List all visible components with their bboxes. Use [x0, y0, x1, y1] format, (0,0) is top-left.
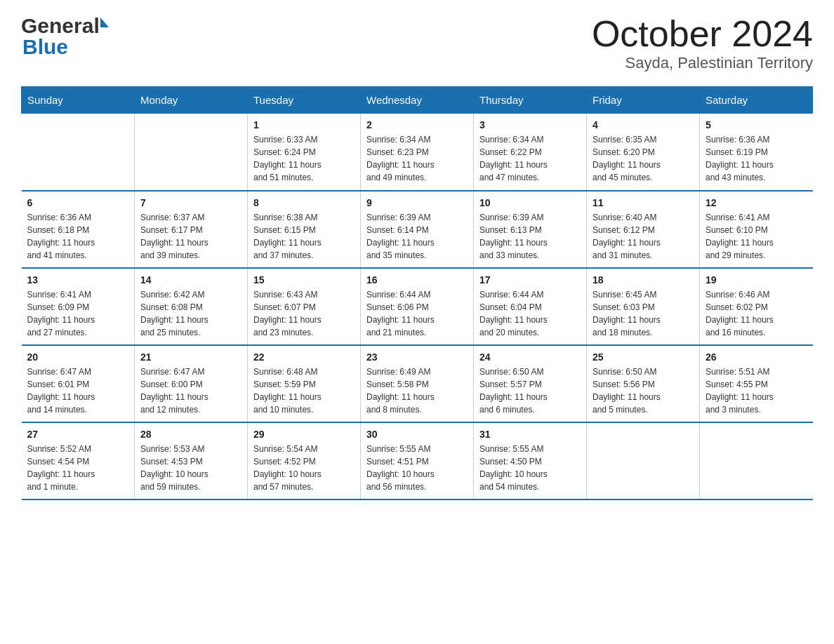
day-number: 25	[593, 351, 694, 363]
day-number: 19	[706, 274, 807, 286]
column-header-thursday: Thursday	[474, 87, 587, 114]
day-info: Sunrise: 6:39 AM Sunset: 6:14 PM Dayligh…	[366, 211, 468, 262]
day-number: 22	[253, 351, 355, 363]
calendar-week-row: 20Sunrise: 6:47 AM Sunset: 6:01 PM Dayli…	[22, 345, 813, 422]
day-number: 8	[253, 197, 355, 208]
calendar-cell: 1Sunrise: 6:33 AM Sunset: 6:24 PM Daylig…	[248, 114, 361, 191]
calendar-cell: 7Sunrise: 6:37 AM Sunset: 6:17 PM Daylig…	[135, 191, 248, 268]
day-info: Sunrise: 6:40 AM Sunset: 6:12 PM Dayligh…	[593, 211, 694, 262]
calendar-table: SundayMondayTuesdayWednesdayThursdayFrid…	[21, 86, 813, 500]
day-info: Sunrise: 5:52 AM Sunset: 4:54 PM Dayligh…	[27, 443, 129, 493]
day-info: Sunrise: 6:41 AM Sunset: 6:09 PM Dayligh…	[27, 288, 129, 339]
calendar-week-row: 27Sunrise: 5:52 AM Sunset: 4:54 PM Dayli…	[22, 422, 813, 499]
day-number: 27	[27, 429, 129, 440]
day-number: 6	[27, 197, 129, 208]
calendar-cell: 4Sunrise: 6:35 AM Sunset: 6:20 PM Daylig…	[587, 114, 700, 191]
day-number: 12	[706, 197, 807, 208]
calendar-cell: 18Sunrise: 6:45 AM Sunset: 6:03 PM Dayli…	[587, 268, 700, 345]
calendar-cell	[22, 114, 135, 191]
day-number: 10	[479, 197, 581, 208]
calendar-cell: 5Sunrise: 6:36 AM Sunset: 6:19 PM Daylig…	[700, 114, 813, 191]
day-number: 31	[479, 429, 581, 440]
calendar-cell: 20Sunrise: 6:47 AM Sunset: 6:01 PM Dayli…	[22, 345, 135, 422]
day-number: 18	[593, 274, 694, 286]
day-number: 4	[593, 119, 694, 130]
calendar-cell	[587, 422, 700, 499]
calendar-cell: 2Sunrise: 6:34 AM Sunset: 6:23 PM Daylig…	[361, 114, 474, 191]
calendar-cell: 22Sunrise: 6:48 AM Sunset: 5:59 PM Dayli…	[248, 345, 361, 422]
calendar-header-row: SundayMondayTuesdayWednesdayThursdayFrid…	[22, 87, 813, 114]
day-info: Sunrise: 6:43 AM Sunset: 6:07 PM Dayligh…	[253, 288, 355, 339]
calendar-cell	[135, 114, 248, 191]
day-info: Sunrise: 6:37 AM Sunset: 6:17 PM Dayligh…	[140, 211, 241, 262]
day-number: 21	[140, 351, 241, 363]
day-info: Sunrise: 6:36 AM Sunset: 6:18 PM Dayligh…	[27, 211, 129, 262]
logo-blue-text: Blue	[22, 35, 68, 59]
day-number: 16	[366, 274, 468, 286]
calendar-cell: 27Sunrise: 5:52 AM Sunset: 4:54 PM Dayli…	[22, 422, 135, 499]
calendar-cell: 12Sunrise: 6:41 AM Sunset: 6:10 PM Dayli…	[700, 191, 813, 268]
day-info: Sunrise: 5:55 AM Sunset: 4:51 PM Dayligh…	[366, 443, 468, 493]
calendar-cell: 25Sunrise: 6:50 AM Sunset: 5:56 PM Dayli…	[587, 345, 700, 422]
day-info: Sunrise: 6:44 AM Sunset: 6:04 PM Dayligh…	[479, 288, 581, 339]
day-info: Sunrise: 6:44 AM Sunset: 6:06 PM Dayligh…	[366, 288, 468, 339]
page-header: General Blue October 2024 Sayda, Palesti…	[21, 14, 813, 72]
day-info: Sunrise: 6:34 AM Sunset: 6:22 PM Dayligh…	[479, 133, 581, 184]
day-info: Sunrise: 6:46 AM Sunset: 6:02 PM Dayligh…	[706, 288, 807, 339]
calendar-cell: 15Sunrise: 6:43 AM Sunset: 6:07 PM Dayli…	[248, 268, 361, 345]
day-info: Sunrise: 6:41 AM Sunset: 6:10 PM Dayligh…	[706, 211, 807, 262]
calendar-cell: 26Sunrise: 5:51 AM Sunset: 4:55 PM Dayli…	[700, 345, 813, 422]
calendar-cell: 29Sunrise: 5:54 AM Sunset: 4:52 PM Dayli…	[248, 422, 361, 499]
day-info: Sunrise: 6:49 AM Sunset: 5:58 PM Dayligh…	[366, 365, 468, 416]
day-number: 20	[27, 351, 129, 363]
calendar-week-row: 1Sunrise: 6:33 AM Sunset: 6:24 PM Daylig…	[22, 114, 813, 191]
day-number: 5	[706, 119, 807, 130]
day-number: 26	[706, 351, 807, 363]
calendar-cell: 3Sunrise: 6:34 AM Sunset: 6:22 PM Daylig…	[474, 114, 587, 191]
column-header-sunday: Sunday	[22, 87, 135, 114]
calendar-cell: 31Sunrise: 5:55 AM Sunset: 4:50 PM Dayli…	[474, 422, 587, 499]
calendar-cell: 9Sunrise: 6:39 AM Sunset: 6:14 PM Daylig…	[361, 191, 474, 268]
calendar-cell: 14Sunrise: 6:42 AM Sunset: 6:08 PM Dayli…	[135, 268, 248, 345]
day-info: Sunrise: 5:54 AM Sunset: 4:52 PM Dayligh…	[253, 443, 355, 493]
day-info: Sunrise: 6:42 AM Sunset: 6:08 PM Dayligh…	[140, 288, 241, 339]
calendar-cell: 13Sunrise: 6:41 AM Sunset: 6:09 PM Dayli…	[22, 268, 135, 345]
column-header-friday: Friday	[587, 87, 700, 114]
day-info: Sunrise: 6:50 AM Sunset: 5:56 PM Dayligh…	[593, 365, 694, 416]
column-header-wednesday: Wednesday	[361, 87, 474, 114]
day-number: 3	[479, 119, 581, 130]
day-number: 7	[140, 197, 241, 208]
title-section: October 2024 Sayda, Palestinian Territor…	[592, 14, 813, 72]
day-info: Sunrise: 6:39 AM Sunset: 6:13 PM Dayligh…	[479, 211, 581, 262]
day-info: Sunrise: 6:45 AM Sunset: 6:03 PM Dayligh…	[593, 288, 694, 339]
day-info: Sunrise: 6:47 AM Sunset: 6:01 PM Dayligh…	[27, 365, 129, 416]
calendar-cell: 17Sunrise: 6:44 AM Sunset: 6:04 PM Dayli…	[474, 268, 587, 345]
day-number: 1	[253, 119, 355, 130]
logo-arrow-icon	[100, 18, 109, 27]
month-title: October 2024	[592, 14, 813, 54]
calendar-cell	[700, 422, 813, 499]
day-number: 29	[253, 429, 355, 440]
day-info: Sunrise: 6:33 AM Sunset: 6:24 PM Dayligh…	[253, 133, 355, 184]
day-number: 24	[479, 351, 581, 363]
day-info: Sunrise: 6:48 AM Sunset: 5:59 PM Dayligh…	[253, 365, 355, 416]
day-number: 30	[366, 429, 468, 440]
calendar-cell: 8Sunrise: 6:38 AM Sunset: 6:15 PM Daylig…	[248, 191, 361, 268]
calendar-cell: 30Sunrise: 5:55 AM Sunset: 4:51 PM Dayli…	[361, 422, 474, 499]
day-info: Sunrise: 6:47 AM Sunset: 6:00 PM Dayligh…	[140, 365, 241, 416]
day-number: 13	[27, 274, 129, 286]
day-number: 2	[366, 119, 468, 130]
logo-general-text: General	[21, 14, 100, 38]
day-number: 15	[253, 274, 355, 286]
day-info: Sunrise: 6:38 AM Sunset: 6:15 PM Dayligh…	[253, 211, 355, 262]
day-number: 14	[140, 274, 241, 286]
day-number: 11	[593, 197, 694, 208]
day-number: 9	[366, 197, 468, 208]
day-info: Sunrise: 6:50 AM Sunset: 5:57 PM Dayligh…	[479, 365, 581, 416]
day-info: Sunrise: 5:55 AM Sunset: 4:50 PM Dayligh…	[479, 443, 581, 493]
calendar-cell: 6Sunrise: 6:36 AM Sunset: 6:18 PM Daylig…	[22, 191, 135, 268]
day-number: 17	[479, 274, 581, 286]
calendar-week-row: 13Sunrise: 6:41 AM Sunset: 6:09 PM Dayli…	[22, 268, 813, 345]
day-info: Sunrise: 5:51 AM Sunset: 4:55 PM Dayligh…	[706, 365, 807, 416]
calendar-week-row: 6Sunrise: 6:36 AM Sunset: 6:18 PM Daylig…	[22, 191, 813, 268]
